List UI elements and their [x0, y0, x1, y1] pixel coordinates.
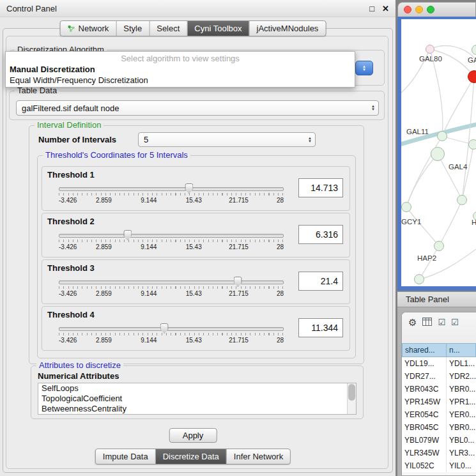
slider-thumb[interactable] — [234, 277, 242, 287]
list-scrollbar[interactable] — [347, 383, 356, 414]
attribute-item[interactable]: TopologicalCoefficient — [38, 394, 356, 404]
algorithm-combo-stepper[interactable]: ▲ ▼ — [355, 61, 373, 75]
number-of-intervals-value: 5 — [144, 135, 148, 144]
close-traffic-light[interactable] — [404, 6, 411, 13]
stepper-down-icon: ▼ — [371, 108, 375, 111]
column-header-2[interactable]: n... — [447, 343, 476, 357]
table-row[interactable]: YER054CYER0... — [402, 408, 476, 421]
tab-label: Discretize Data — [163, 452, 219, 461]
scale-label: 28 — [277, 197, 284, 204]
network-node-hap2[interactable] — [434, 241, 444, 251]
table-row[interactable]: YIL052CYIL0... — [402, 459, 476, 472]
top-tab-strip: NetworkStyleSelectCyni ToolboxjActiveMNo… — [60, 20, 326, 36]
table-row[interactable]: YPR145WYPR1... — [402, 395, 476, 408]
bottom-tab-strip: Impute DataDiscretize DataInfer Network — [95, 449, 291, 464]
tab-cyni-toolbox[interactable]: Cyni Toolbox — [187, 21, 249, 36]
threshold-value-field[interactable]: 11.344 — [298, 318, 343, 337]
threshold-label: Threshold 1 — [47, 170, 95, 180]
network-node-gal4[interactable] — [468, 139, 476, 150]
slider-track[interactable] — [59, 234, 284, 238]
numerical-attributes-list[interactable]: SelfLoopsTopologicalCoefficientBetweenne… — [38, 383, 357, 415]
close-icon[interactable]: ✕ — [382, 4, 389, 13]
tab-discretize-data[interactable]: Discretize Data — [156, 449, 227, 464]
table-row[interactable]: YDR27...YDR2... — [402, 370, 476, 383]
number-of-intervals-combo[interactable]: 5 ▲ ▼ — [138, 132, 316, 147]
node-label: GAL80 — [419, 55, 442, 63]
select-column-checkbox-icon[interactable]: ☑ — [451, 317, 459, 328]
algorithm-popup-header: Select algorithm to view settings — [6, 53, 355, 64]
algorithm-option-equal-width-frequency-discretization[interactable]: Equal Width/Frequency Discretization — [6, 75, 355, 86]
tab-network[interactable]: Network — [61, 21, 117, 36]
number-of-intervals-label: Number of Intervals — [38, 135, 116, 144]
minimize-traffic-light[interactable] — [415, 6, 423, 13]
threshold-value-field[interactable]: 6.316 — [298, 225, 343, 244]
float-window-icon[interactable]: □ — [369, 4, 374, 13]
algorithm-dropdown-popup: Select algorithm to view settings Manual… — [5, 51, 355, 88]
algorithm-option-manual-discretization[interactable]: Manual Discretization — [6, 64, 355, 75]
threshold-slider[interactable]: -3.4262.8599.14415.4321.71528 — [56, 230, 286, 254]
stepper-down-icon: ▼ — [362, 68, 366, 72]
scale-label: 2.859 — [96, 197, 112, 204]
table-row[interactable]: YBR043CYBR0... — [402, 383, 476, 395]
scale-label: 2.859 — [96, 337, 112, 344]
table-row[interactable]: YBL079WYBL0... — [402, 434, 476, 447]
threshold-value-field[interactable]: 14.713 — [298, 178, 343, 197]
slider-ticks — [59, 333, 284, 335]
table-row[interactable]: YLR345WYLR3... — [402, 447, 476, 459]
combo-stepper-icon: ▲ ▼ — [308, 137, 312, 143]
slider-thumb[interactable] — [160, 323, 169, 334]
slider-track[interactable] — [59, 327, 284, 331]
tab-jactivemnodules[interactable]: jActiveMNodules — [250, 21, 326, 36]
slider-thumb[interactable] — [185, 183, 193, 194]
network-node-gcy1[interactable] — [401, 202, 411, 212]
cell-name: YDL1... — [447, 357, 476, 370]
group-title-interval-definition: Interval Definition — [35, 120, 104, 130]
network-node-gal80[interactable] — [426, 45, 434, 54]
tab-select[interactable]: Select — [150, 21, 187, 36]
threshold-value-field[interactable]: 21.4 — [298, 272, 343, 291]
slider-ticks — [59, 286, 284, 289]
slider-thumb[interactable] — [123, 230, 132, 240]
tab-infer-network[interactable]: Infer Network — [227, 449, 290, 464]
cell-shared-name: YIL052C — [402, 459, 447, 472]
column-header-1[interactable]: shared... — [402, 343, 447, 357]
network-view-frame: GAL80GAGAL11GAL4GCY1HHAP2 — [397, 17, 476, 291]
threshold-slider[interactable]: -3.4262.8599.14415.4321.71528 — [56, 323, 286, 348]
network-canvas[interactable]: GAL80GAGAL11GAL4GCY1HHAP2 — [401, 19, 476, 286]
scale-label: 28 — [277, 243, 284, 250]
network-node[interactable] — [414, 274, 424, 284]
network-node[interactable] — [431, 147, 445, 161]
scale-label: 21.715 — [229, 337, 249, 344]
scrollbar-thumb[interactable] — [348, 384, 355, 401]
tab-impute-data[interactable]: Impute Data — [96, 449, 156, 464]
slider-scale: -3.4262.8599.14415.4321.71528 — [59, 197, 284, 204]
slider-scale: -3.4262.8599.14415.4321.71528 — [59, 290, 284, 298]
slider-scale: -3.4262.8599.14415.4321.71528 — [59, 243, 284, 251]
apply-button[interactable]: Apply — [169, 428, 217, 443]
slider-track[interactable] — [59, 280, 284, 284]
columns-icon[interactable] — [422, 317, 432, 328]
cell-shared-name: YLR345W — [402, 447, 447, 459]
network-node[interactable] — [468, 70, 476, 83]
attribute-item[interactable]: SelfLoops — [38, 383, 356, 394]
attribute-item[interactable]: BetweennessCentrality — [38, 404, 356, 414]
threshold-slider[interactable]: -3.4262.8599.14415.4321.71528 — [56, 277, 286, 301]
tab-style[interactable]: Style — [116, 21, 150, 36]
select-all-checkbox-icon[interactable]: ☑ — [438, 317, 445, 328]
table-row[interactable]: YDL19...YDL1... — [402, 357, 476, 370]
scale-label: -3.426 — [59, 243, 77, 250]
scale-label: -3.426 — [59, 197, 77, 204]
table-data-combo[interactable]: galFiltered.sif default node ▲ ▼ — [16, 100, 379, 116]
table-panel-header[interactable]: Table Panel — [397, 291, 476, 307]
table-row[interactable]: YBR045CYBR0... — [402, 421, 476, 434]
threshold-label: Threshold 2 — [47, 217, 95, 226]
network-window-titlebar[interactable] — [397, 2, 476, 17]
zoom-traffic-light[interactable] — [427, 6, 434, 13]
threshold-slider[interactable]: -3.4262.8599.14415.4321.71528 — [56, 183, 286, 208]
combo-stepper-icon: ▲ ▼ — [371, 105, 375, 111]
network-node-gal11[interactable] — [437, 131, 447, 141]
gear-icon[interactable]: ⚙ — [408, 317, 417, 328]
network-node[interactable] — [457, 195, 467, 205]
slider-track[interactable] — [59, 187, 284, 191]
cell-shared-name: YPR145W — [402, 395, 447, 408]
